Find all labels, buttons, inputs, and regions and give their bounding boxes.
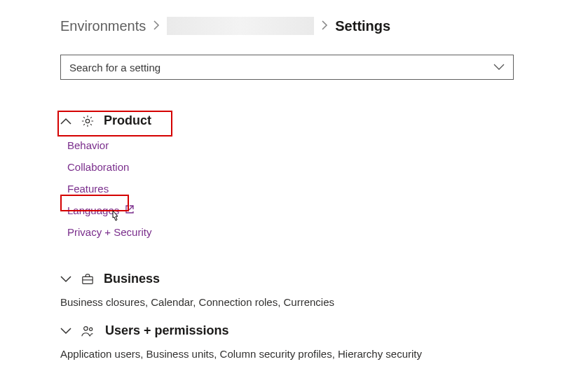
section-users-desc: Application users, Business units, Colum… [60, 348, 514, 360]
section-business-desc: Business closures, Calendar, Connection … [60, 296, 514, 308]
svg-point-0 [86, 119, 89, 122]
svg-point-2 [84, 326, 88, 330]
section-product: Product Behavior Collaboration Features … [60, 113, 514, 256]
link-behavior[interactable]: Behavior [67, 139, 109, 151]
chevron-up-icon [60, 118, 71, 125]
link-languages[interactable]: Languages [67, 204, 135, 216]
external-link-icon [125, 204, 135, 216]
link-collaboration[interactable]: Collaboration [67, 161, 129, 173]
section-product-header[interactable]: Product [60, 113, 514, 128]
section-business-title: Business [104, 272, 160, 286]
link-languages-label: Languages [67, 204, 119, 216]
section-users-header[interactable]: Users + permissions [60, 323, 514, 338]
section-business-header[interactable]: Business [60, 272, 514, 286]
link-collaboration-label: Collaboration [67, 161, 129, 173]
chevron-down-icon [493, 64, 505, 71]
breadcrumb-current: Settings [335, 18, 390, 34]
people-icon [81, 325, 95, 337]
section-users: Users + permissions Application users, B… [60, 323, 514, 360]
search-input[interactable]: Search for a setting [60, 55, 514, 80]
product-links: Behavior Collaboration Features Language… [60, 128, 514, 256]
chevron-right-icon [321, 19, 328, 34]
link-privacy-label: Privacy + Security [67, 226, 151, 238]
svg-point-3 [90, 328, 93, 330]
search-placeholder: Search for a setting [69, 62, 160, 74]
gear-icon [81, 115, 94, 127]
link-features-label: Features [67, 183, 109, 195]
section-business: Business Business closures, Calendar, Co… [60, 272, 514, 308]
chevron-down-icon [60, 276, 71, 283]
link-behavior-label: Behavior [67, 139, 109, 151]
section-users-title: Users + permissions [105, 323, 229, 338]
chevron-down-icon [60, 328, 71, 335]
link-privacy-security[interactable]: Privacy + Security [67, 226, 151, 238]
briefcase-icon [81, 273, 94, 286]
breadcrumb: Environments Settings [60, 17, 514, 35]
chevron-right-icon [153, 19, 160, 34]
section-product-title: Product [104, 113, 151, 128]
breadcrumb-environments[interactable]: Environments [60, 18, 146, 34]
link-features[interactable]: Features [67, 183, 109, 195]
breadcrumb-env-placeholder[interactable] [167, 17, 314, 35]
